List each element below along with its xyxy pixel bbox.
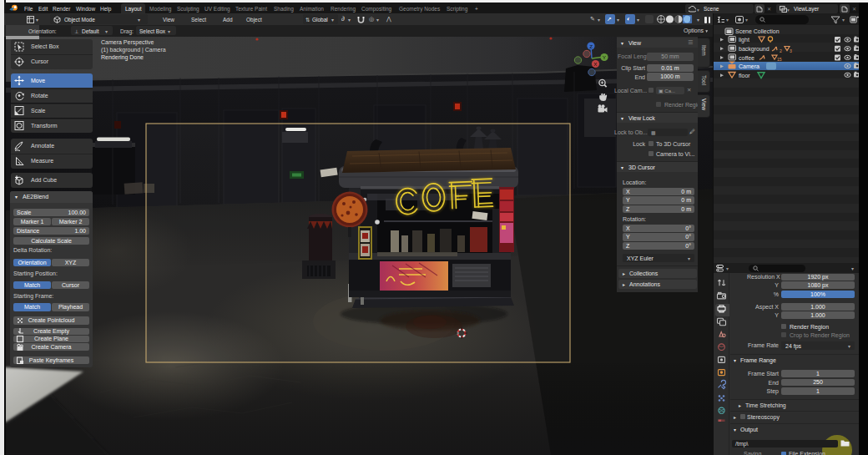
svg-text:3: 3 [790, 48, 792, 53]
svg-text:Y: Y [603, 55, 606, 60]
svg-text:15: 15 [777, 57, 782, 62]
svg-text:X: X [593, 62, 597, 67]
svg-text:2: 2 [780, 48, 782, 53]
svg-text:Z: Z [589, 44, 593, 49]
